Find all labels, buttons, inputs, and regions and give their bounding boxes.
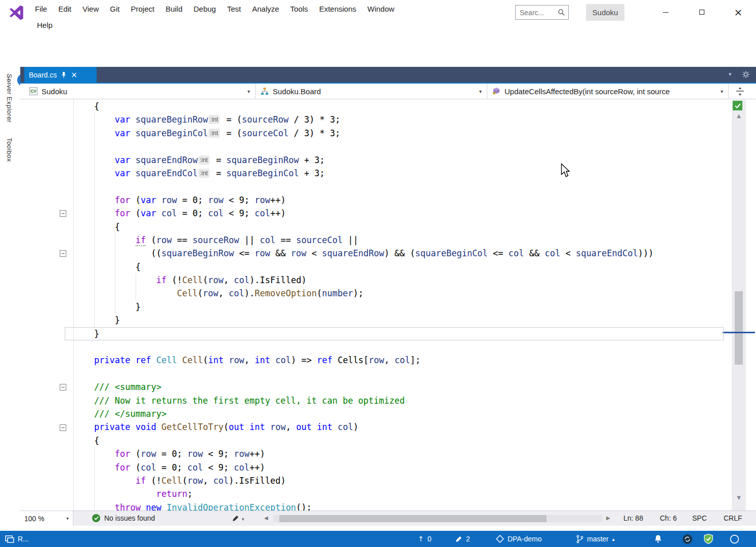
menu-item-tools[interactable]: Tools	[285, 2, 314, 16]
scroll-right-icon[interactable]: ▶	[606, 515, 610, 521]
type-dropdown[interactable]: Sudoku.Board ▾	[256, 84, 487, 99]
scroll-up-icon[interactable]: ▲	[732, 113, 746, 119]
code-line[interactable]: private ref Cell Cell(int row, int col) …	[53, 354, 653, 367]
health-label: No issues found	[104, 514, 155, 522]
menu-item-edit[interactable]: Edit	[53, 2, 77, 16]
code-line[interactable]: {	[53, 220, 653, 233]
horizontal-scrollbar-thumb[interactable]	[279, 515, 547, 522]
code-line[interactable]	[53, 340, 653, 354]
vertical-scrollbar[interactable]: ▲ ▼	[732, 100, 746, 511]
pin-icon[interactable]	[61, 71, 67, 78]
document-health-indicator[interactable]	[733, 101, 742, 110]
code-line[interactable]: return;	[53, 487, 653, 500]
sidebar-tab-toolbox[interactable]: Toolbox	[6, 138, 13, 162]
code-line[interactable]: Cell(row, col).RemoveOption(number);	[53, 287, 653, 300]
zoom-dropdown[interactable]: 100 % ▾	[20, 511, 73, 526]
tab-board-cs[interactable]: Board.cs ×	[24, 67, 97, 83]
code-line[interactable]: {	[53, 260, 653, 274]
fold-collapse-button[interactable]: −	[60, 384, 66, 390]
feedback-icon[interactable]	[730, 531, 739, 547]
code-line[interactable]: {	[53, 434, 653, 447]
member-dropdown[interactable]: UpdateCellsAffectedBy(int sourceRow, int…	[487, 84, 729, 99]
code-line[interactable]	[53, 140, 653, 153]
outgoing-commits-count: 0	[428, 535, 432, 543]
sync-status-icon[interactable]	[682, 531, 693, 547]
split-editor-button[interactable]	[736, 87, 744, 96]
code-line[interactable]: if (row == sourceRow || col == sourceCol…	[53, 233, 653, 247]
code-editor[interactable]: { var squareBeginRow:int = (sourceRow / …	[20, 100, 731, 511]
code-line[interactable]	[53, 367, 653, 380]
code-line[interactable]: var squareEndCol:int = squareBeginCol + …	[53, 167, 653, 180]
menu-item-project[interactable]: Project	[125, 2, 160, 16]
health-status[interactable]: No issues found	[92, 514, 155, 522]
notifications-bell-icon[interactable]	[654, 531, 662, 547]
code-line[interactable]: var squareBeginRow:int = (sourceRow / 3)…	[53, 113, 653, 126]
maximize-button[interactable]	[690, 2, 713, 22]
code-line[interactable]: {	[53, 100, 653, 113]
code-line[interactable]: for (row = 0; row < 9; row++)	[53, 447, 653, 460]
menu-item-analyze[interactable]: Analyze	[246, 2, 284, 16]
code-area[interactable]: { var squareBeginRow:int = (sourceRow / …	[53, 100, 653, 511]
code-line[interactable]: /// <summary>	[53, 380, 653, 394]
project-dropdown[interactable]: C# Sudoku ▾	[24, 84, 256, 99]
method-icon	[492, 87, 500, 95]
scroll-left-icon[interactable]: ◀	[264, 515, 268, 521]
menu-item-window[interactable]: Window	[362, 2, 400, 16]
menu-item-git[interactable]: Git	[104, 2, 125, 16]
code-line[interactable]: }	[53, 314, 653, 327]
title-solution-label: Sudoku	[586, 4, 624, 21]
menu-item-view[interactable]: View	[77, 2, 104, 16]
code-line[interactable]: }	[53, 327, 653, 340]
search-input[interactable]	[516, 9, 558, 17]
code-line[interactable]: for (col = 0; col < 9; col++)	[53, 461, 653, 474]
menu-item-build[interactable]: Build	[160, 2, 188, 16]
chevron-down-icon: ▾	[66, 516, 69, 521]
code-line[interactable]: if (!Cell(row, col).IsFilled)	[53, 474, 653, 487]
close-button[interactable]: ×	[727, 2, 750, 22]
column-indicator: Ch: 6	[660, 514, 677, 522]
pen-caret-icon[interactable]: ▾	[242, 517, 244, 522]
code-line[interactable]	[53, 180, 653, 193]
scroll-down-icon[interactable]: ▼	[732, 495, 746, 500]
spaces-indicator[interactable]: SPC	[692, 514, 707, 522]
code-line[interactable]: ((squareBeginRow <= row && row < squareE…	[53, 247, 653, 260]
menu-item-extensions[interactable]: Extensions	[314, 2, 362, 16]
vertical-scrollbar-thumb[interactable]	[735, 291, 743, 365]
background-task-icon	[5, 535, 14, 543]
menu-item-test[interactable]: Test	[222, 2, 247, 16]
close-tab-icon[interactable]: ×	[71, 70, 77, 80]
fold-collapse-button[interactable]: −	[60, 424, 66, 431]
code-line[interactable]: var squareBeginCol:int = (sourceCol / 3)…	[53, 127, 653, 140]
outgoing-commits-button[interactable]: ↑ 0	[418, 531, 432, 547]
zoom-value: 100 %	[24, 515, 45, 523]
pending-edits-button[interactable]: 2	[455, 531, 470, 547]
menu-item-file[interactable]: File	[29, 2, 53, 16]
menu-item-debug[interactable]: Debug	[188, 2, 222, 16]
repo-diamond-icon	[496, 535, 504, 543]
code-line[interactable]: /// Now it returns the first empty cell,…	[53, 394, 653, 407]
code-line[interactable]: throw new InvalidOperationException();	[53, 501, 653, 511]
code-line[interactable]: if (!Cell(row, col).IsFilled)	[53, 274, 653, 287]
repository-button[interactable]: DPA-demo	[496, 531, 541, 547]
quick-search-box[interactable]	[515, 5, 569, 20]
fold-collapse-button[interactable]: −	[60, 210, 66, 217]
security-shield-icon[interactable]	[703, 531, 713, 547]
code-line[interactable]: for (var col = 0; col < 9; col++)	[53, 207, 653, 220]
code-line[interactable]: var squareEndRow:int = squareBeginRow + …	[53, 153, 653, 167]
line-ending-indicator[interactable]: CRLF	[724, 514, 742, 522]
code-line[interactable]: /// </summary>	[53, 407, 653, 420]
fold-collapse-button[interactable]: −	[60, 250, 66, 257]
track-changes-pen-icon[interactable]	[232, 515, 239, 522]
minimize-button[interactable]	[654, 2, 677, 22]
code-line[interactable]: }	[53, 300, 653, 314]
tab-list-dropdown-icon[interactable]: ▾	[729, 71, 732, 77]
gear-icon[interactable]	[742, 70, 750, 79]
visual-studio-window: { "glyphs": { "caret_down": "▾", "caret_…	[0, 0, 756, 547]
code-line[interactable]: private void GetCellToTry(out int row, o…	[53, 420, 653, 434]
branch-button[interactable]: master ▴	[576, 531, 615, 547]
health-check-icon	[92, 514, 100, 522]
code-line[interactable]: for (var row = 0; row < 9; row++)	[53, 193, 653, 207]
member-name: UpdateCellsAffectedBy(int sourceRow, int…	[505, 87, 670, 96]
menu-item-help[interactable]: Help	[31, 18, 58, 32]
sidebar-tab-server-explorer[interactable]: Server Explorer	[6, 74, 13, 123]
